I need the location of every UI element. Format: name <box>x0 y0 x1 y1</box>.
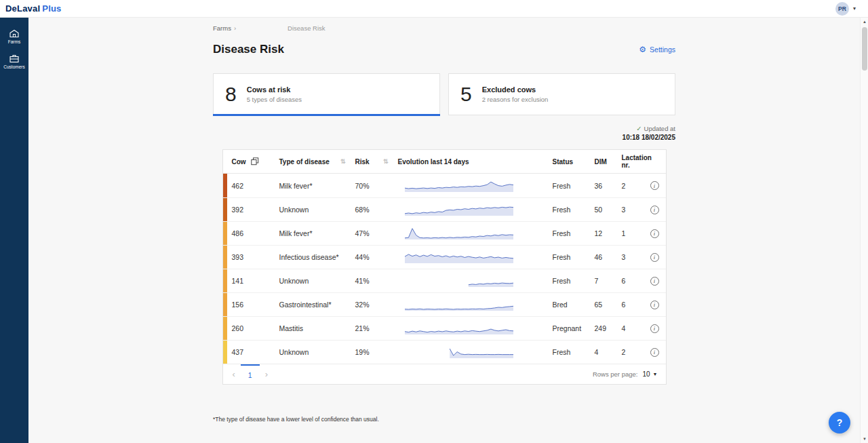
disease-risk-table: Cow Type of disease ⇅ Risk ⇅ Evolution l… <box>222 149 667 385</box>
excluded-cows-count: 5 <box>460 83 472 106</box>
scroll-down-arrow-icon[interactable]: ▼ <box>861 435 868 443</box>
evolution-sparkline <box>398 272 553 290</box>
evolution-sparkline <box>398 201 553 218</box>
cell-cow: 141 <box>223 277 279 285</box>
card-cows-at-risk[interactable]: 8 Cows at risk 5 types of diseases <box>213 73 440 115</box>
footnote: *The type of disease have a lower level … <box>213 416 675 423</box>
cell-status: Fresh <box>553 253 595 261</box>
chevron-down-icon[interactable]: ▾ <box>853 5 856 12</box>
cell-status: Fresh <box>553 206 595 214</box>
card-subtitle: 5 types of diseases <box>247 96 302 103</box>
cell-status: Fresh <box>553 277 595 285</box>
risk-severity-bar <box>223 269 227 292</box>
sidebar-item-farms[interactable]: Farms <box>0 23 28 48</box>
sidebar-item-customers[interactable]: Customers <box>0 48 28 73</box>
cell-dim: 46 <box>595 253 622 261</box>
user-menu[interactable]: PR ▾ <box>835 2 856 16</box>
sidebar: Farms Customers <box>0 18 28 443</box>
previous-page-button[interactable]: ‹ <box>227 369 241 379</box>
help-button[interactable]: ? <box>829 412 850 434</box>
evolution-sparkline <box>398 177 553 195</box>
brand-logo[interactable]: DeLavalPlus <box>5 3 62 14</box>
cell-lactation: 3 <box>622 253 650 261</box>
breadcrumb-current: Disease Risk <box>288 24 325 32</box>
scrollbar-thumb[interactable] <box>862 27 867 71</box>
cell-dim: 4 <box>595 348 622 356</box>
evolution-sparkline <box>398 296 553 313</box>
cell-risk: 41% <box>355 277 398 285</box>
settings-button[interactable]: ⚙ Settings <box>639 45 675 54</box>
cell-lactation: 6 <box>622 301 650 309</box>
sort-icon[interactable]: ⇅ <box>383 158 389 165</box>
info-icon[interactable]: i <box>650 253 659 262</box>
updated-at: ✓Updated at 10:18 18/02/2025 <box>213 125 675 141</box>
sidebar-item-label: Customers <box>3 64 24 69</box>
column-dim: DIM <box>595 158 607 166</box>
table-row[interactable]: 462 Milk fever* 70% Fresh 36 2 i <box>223 174 666 197</box>
column-type-of-disease[interactable]: Type of disease <box>279 158 330 166</box>
breadcrumb-farms[interactable]: Farms <box>213 24 231 32</box>
card-subtitle: 2 reasons for exclusion <box>482 96 549 103</box>
risk-severity-bar <box>223 317 227 340</box>
info-icon[interactable]: i <box>650 229 659 238</box>
cell-dim: 249 <box>595 324 622 332</box>
main-area: Farms › Disease Risk Disease Risk ⚙ Sett… <box>28 18 860 443</box>
column-evolution: Evolution last 14 days <box>398 158 469 166</box>
cell-status: Fresh <box>553 348 595 356</box>
gear-icon: ⚙ <box>639 45 646 54</box>
info-icon[interactable]: i <box>650 324 659 333</box>
customers-icon <box>9 54 20 63</box>
avatar[interactable]: PR <box>835 2 849 16</box>
rows-per-page-value: 10 <box>642 370 650 378</box>
cell-cow: 260 <box>223 324 279 332</box>
cell-lactation: 2 <box>622 182 650 190</box>
table-row[interactable]: 392 Unknown 68% Fresh 50 3 i <box>223 197 666 221</box>
settings-label: Settings <box>650 45 675 54</box>
cell-type-of-disease: Unknown <box>279 277 355 285</box>
breadcrumb-separator: › <box>234 24 236 32</box>
card-excluded-cows[interactable]: 5 Excluded cows 2 reasons for exclusion <box>448 73 675 115</box>
cell-dim: 36 <box>595 182 622 190</box>
column-risk[interactable]: Risk <box>355 158 370 166</box>
check-icon: ✓ <box>636 125 642 132</box>
table-row[interactable]: 141 Unknown 41% Fresh 7 6 i <box>223 269 666 292</box>
cell-status: Pregnant <box>553 324 595 332</box>
evolution-sparkline <box>398 248 553 266</box>
cell-risk: 70% <box>355 182 398 190</box>
summary-cards: 8 Cows at risk 5 types of diseases 5 Exc… <box>213 73 675 115</box>
cell-lactation: 1 <box>622 229 650 237</box>
risk-severity-bar <box>223 222 227 245</box>
cell-type-of-disease: Gastrointestinal* <box>279 301 355 309</box>
breadcrumb: Farms › Disease Risk <box>213 24 675 32</box>
table-row[interactable]: 156 Gastrointestinal* 32% Bred 65 6 i <box>223 292 666 316</box>
scrollbar[interactable]: ▲ ▼ <box>860 18 868 443</box>
risk-severity-bar <box>223 246 227 269</box>
page-number[interactable]: 1 <box>241 364 260 384</box>
copy-icon[interactable] <box>251 157 259 166</box>
page-title: Disease Risk <box>213 43 284 56</box>
top-bar: DeLavalPlus PR ▾ <box>0 0 868 18</box>
table-row[interactable]: 437 Unknown 19% Fresh 4 2 i <box>223 340 666 364</box>
cell-cow: 486 <box>223 229 279 237</box>
info-icon[interactable]: i <box>650 348 659 357</box>
info-icon[interactable]: i <box>650 277 659 286</box>
cell-cow: 393 <box>223 253 279 261</box>
cell-dim: 7 <box>595 277 622 285</box>
sort-icon[interactable]: ⇅ <box>340 158 346 165</box>
cell-status: Bred <box>553 301 595 309</box>
table-row[interactable]: 260 Mastitis 21% Pregnant 249 4 i <box>223 316 666 340</box>
card-title: Excluded cows <box>482 85 549 94</box>
cell-risk: 19% <box>355 348 398 356</box>
info-icon[interactable]: i <box>650 301 659 309</box>
table-row[interactable]: 393 Infectious disease* 44% Fresh 46 3 i <box>223 245 666 269</box>
cell-type-of-disease: Mastitis <box>279 324 355 332</box>
table-row[interactable]: 486 Milk fever* 47% Fresh 12 1 i <box>223 221 666 245</box>
next-page-button[interactable]: › <box>260 369 273 379</box>
info-icon[interactable]: i <box>650 181 659 190</box>
cell-dim: 50 <box>595 206 622 214</box>
pagination: ‹ 1 › Rows per page: 10 ▼ <box>223 364 666 384</box>
cell-lactation: 4 <box>622 324 650 332</box>
rows-per-page-select[interactable]: 10 ▼ <box>642 370 657 378</box>
info-icon[interactable]: i <box>650 206 659 214</box>
scroll-up-arrow-icon[interactable]: ▲ <box>861 18 868 26</box>
